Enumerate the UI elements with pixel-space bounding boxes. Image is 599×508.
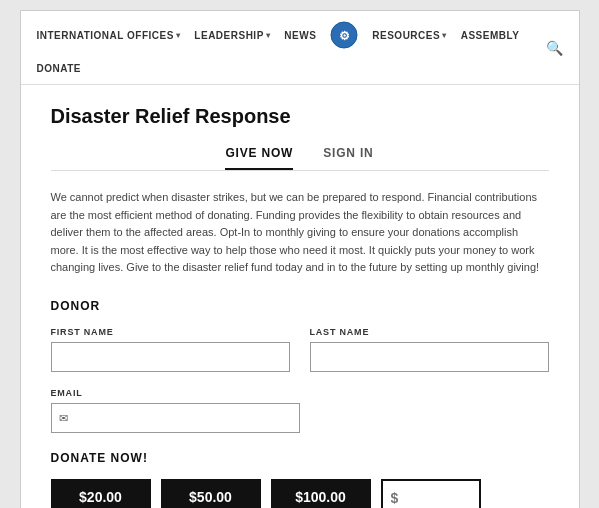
logo-icon: ⚙ bbox=[330, 21, 358, 49]
description-text: We cannot predict when disaster strikes,… bbox=[51, 189, 549, 277]
email-input[interactable] bbox=[51, 403, 300, 433]
name-row: FIRST NAME LAST NAME bbox=[51, 327, 549, 372]
donate-section: DONATE NOW! $20.00 $20 $50.00 $50 $100.0… bbox=[51, 451, 549, 508]
first-name-group: FIRST NAME bbox=[51, 327, 290, 372]
email-icon: ✉ bbox=[59, 411, 68, 424]
nav-items: INTERNATIONAL OFFICES ▾ LEADERSHIP ▾ NEW… bbox=[37, 21, 546, 74]
donate-other-wrapper: Other Amount bbox=[381, 479, 481, 508]
nav-bar: INTERNATIONAL OFFICES ▾ LEADERSHIP ▾ NEW… bbox=[21, 11, 579, 85]
svg-text:⚙: ⚙ bbox=[339, 29, 350, 43]
donate-20-wrapper: $20.00 $20 bbox=[51, 479, 151, 508]
donate-100-button[interactable]: $100.00 bbox=[271, 479, 371, 508]
chevron-icon: ▾ bbox=[266, 31, 271, 40]
chevron-icon: ▾ bbox=[442, 31, 447, 40]
donate-buttons: $20.00 $20 $50.00 $50 $100.00 $100 Other… bbox=[51, 479, 549, 508]
nav-item-donate[interactable]: DONATE bbox=[37, 63, 81, 74]
donate-100-wrapper: $100.00 $100 bbox=[271, 479, 371, 508]
nav-item-international[interactable]: INTERNATIONAL OFFICES ▾ bbox=[37, 30, 181, 41]
tab-sign-in[interactable]: SIGN IN bbox=[323, 146, 373, 170]
chevron-icon: ▾ bbox=[176, 31, 181, 40]
main-content: Disaster Relief Response GIVE NOW SIGN I… bbox=[21, 85, 579, 508]
search-icon[interactable]: 🔍 bbox=[546, 40, 563, 56]
nav-item-resources[interactable]: RESOURCES ▾ bbox=[372, 30, 446, 41]
donate-20-button[interactable]: $20.00 bbox=[51, 479, 151, 508]
email-label: EMAIL bbox=[51, 388, 549, 398]
email-input-wrapper: ✉ bbox=[51, 403, 300, 433]
first-name-input[interactable] bbox=[51, 342, 290, 372]
email-group: EMAIL ✉ bbox=[51, 388, 549, 433]
tab-give-now[interactable]: GIVE NOW bbox=[225, 146, 293, 170]
first-name-label: FIRST NAME bbox=[51, 327, 290, 337]
last-name-label: LAST NAME bbox=[310, 327, 549, 337]
donate-50-button[interactable]: $50.00 bbox=[161, 479, 261, 508]
donate-50-wrapper: $50.00 $50 bbox=[161, 479, 261, 508]
nav-item-news[interactable]: NEWS bbox=[284, 30, 316, 41]
last-name-input[interactable] bbox=[310, 342, 549, 372]
donate-section-title: DONATE NOW! bbox=[51, 451, 549, 465]
nav-item-assembly[interactable]: ASSEMBLY bbox=[461, 30, 520, 41]
nav-item-leadership[interactable]: LEADERSHIP ▾ bbox=[194, 30, 270, 41]
donate-other-input[interactable] bbox=[381, 479, 481, 508]
page-wrapper: INTERNATIONAL OFFICES ▾ LEADERSHIP ▾ NEW… bbox=[20, 10, 580, 508]
donor-section-title: DONOR bbox=[51, 299, 549, 313]
donor-section: DONOR FIRST NAME LAST NAME EMAIL ✉ bbox=[51, 299, 549, 433]
last-name-group: LAST NAME bbox=[310, 327, 549, 372]
tabs: GIVE NOW SIGN IN bbox=[51, 146, 549, 171]
page-title: Disaster Relief Response bbox=[51, 105, 549, 128]
